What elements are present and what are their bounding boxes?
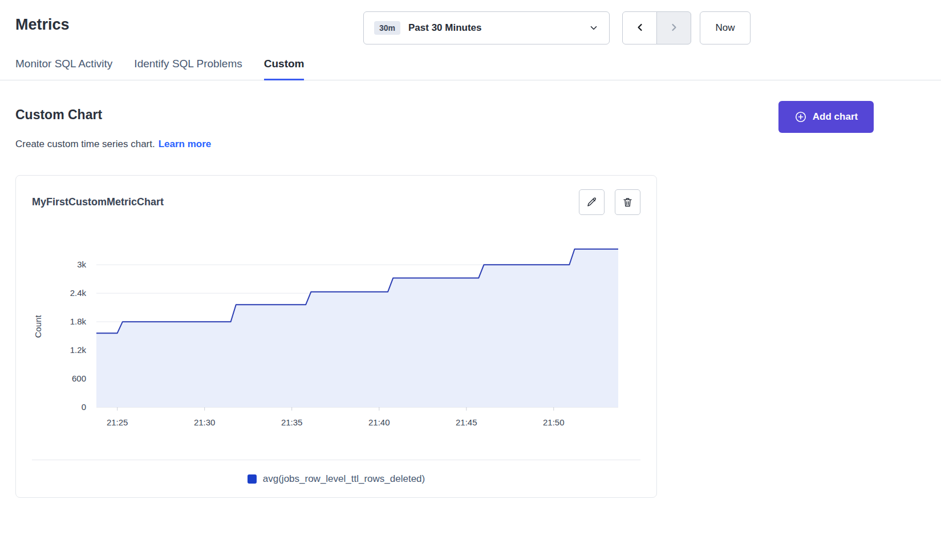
svg-text:21:35: 21:35 xyxy=(281,417,303,427)
section-title: Custom Chart xyxy=(15,107,102,123)
legend-label: avg(jobs_row_level_ttl_rows_deleted) xyxy=(263,473,425,485)
time-range-label: Past 30 Minutes xyxy=(408,22,482,34)
svg-text:21:25: 21:25 xyxy=(107,417,128,427)
time-range-badge: 30m xyxy=(374,21,400,35)
chart-legend: avg(jobs_row_level_ttl_rows_deleted) xyxy=(16,473,656,485)
chart-actions xyxy=(579,189,640,215)
svg-text:21:40: 21:40 xyxy=(368,417,390,427)
chart-title: MyFirstCustomMetricChart xyxy=(32,196,164,208)
chevron-left-icon xyxy=(634,22,646,35)
svg-text:21:50: 21:50 xyxy=(543,417,565,427)
add-chart-button[interactable]: Add chart xyxy=(778,101,874,133)
svg-text:3k: 3k xyxy=(77,259,86,269)
add-chart-label: Add chart xyxy=(813,111,858,123)
trash-icon xyxy=(622,196,634,208)
legend-swatch xyxy=(248,474,257,484)
metrics-tabs: Monitor SQL Activity Identify SQL Proble… xyxy=(0,58,941,80)
svg-text:0: 0 xyxy=(82,402,86,412)
svg-text:1.2k: 1.2k xyxy=(70,345,87,355)
svg-text:Count: Count xyxy=(33,315,43,338)
tab-custom[interactable]: Custom xyxy=(264,58,305,80)
time-nav-arrows xyxy=(622,11,691,44)
chevron-down-icon xyxy=(589,23,599,33)
custom-chart[interactable]: 06001.2k1.8k2.4k3k21:2521:3021:3521:4021… xyxy=(32,236,642,432)
page-title: Metrics xyxy=(15,16,70,34)
time-range-picker[interactable]: 30m Past 30 Minutes xyxy=(363,11,610,44)
pencil-icon xyxy=(586,196,598,208)
delete-chart-button[interactable] xyxy=(615,189,640,215)
tab-identify-sql-problems[interactable]: Identify SQL Problems xyxy=(134,58,242,80)
time-forward-button[interactable] xyxy=(656,11,691,44)
now-button[interactable]: Now xyxy=(700,11,751,44)
custom-chart-card: MyFirstCustomMetricChart 06001.2k1.8k2.4… xyxy=(15,175,657,498)
svg-text:2.4k: 2.4k xyxy=(70,288,87,298)
svg-text:600: 600 xyxy=(72,374,86,383)
svg-text:21:30: 21:30 xyxy=(194,417,216,427)
tab-monitor-sql-activity[interactable]: Monitor SQL Activity xyxy=(15,58,112,80)
card-divider xyxy=(32,460,640,460)
svg-text:1.8k: 1.8k xyxy=(70,316,87,326)
time-back-button[interactable] xyxy=(622,11,657,44)
chevron-right-icon xyxy=(668,22,680,35)
svg-text:21:45: 21:45 xyxy=(456,417,477,427)
section-subtitle: Create custom time series chart.Learn mo… xyxy=(15,139,211,150)
edit-chart-button[interactable] xyxy=(579,189,605,215)
learn-more-link[interactable]: Learn more xyxy=(159,139,212,149)
plus-circle-icon xyxy=(794,111,807,123)
subtitle-text: Create custom time series chart. xyxy=(15,139,155,149)
